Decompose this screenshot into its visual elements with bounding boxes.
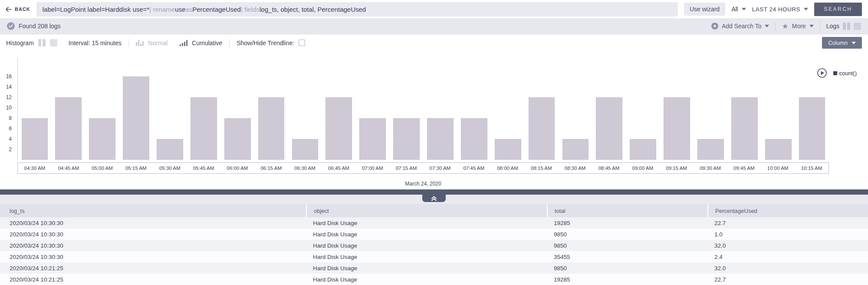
- column-header-log_ts[interactable]: log_ts: [0, 204, 306, 217]
- x-tick-label: 06:00 AM: [220, 166, 254, 171]
- bar-slot: [288, 57, 322, 160]
- table-row[interactable]: 2020/03/24 10:30:30Hard Disk Usage354552…: [0, 251, 868, 262]
- histogram-bar[interactable]: [799, 97, 825, 160]
- x-tick-label: 07:30 AM: [423, 166, 457, 171]
- histogram-bar[interactable]: [562, 139, 589, 160]
- logs-view-controls: Logs: [826, 23, 861, 30]
- more-label: More: [792, 23, 806, 30]
- y-axis-ticks: 246810121416: [0, 57, 14, 160]
- table-row[interactable]: 2020/03/24 10:21:25Hard Disk Usage985032…: [0, 262, 868, 274]
- histogram-label: Histogram: [6, 40, 34, 46]
- histogram-bar[interactable]: [55, 97, 82, 160]
- bar-slot: [187, 57, 220, 160]
- query-segment: use: [175, 6, 185, 13]
- bar-slot: [559, 57, 592, 160]
- logs-grid-view-icon[interactable]: [854, 23, 861, 30]
- collapse-panel-button[interactable]: [422, 195, 446, 202]
- y-tick-label: 12: [6, 94, 12, 100]
- table-row[interactable]: 2020/03/24 10:21:25Hard Disk Usage192852…: [0, 274, 868, 285]
- x-tick-label: 07:15 AM: [389, 166, 423, 171]
- column-chart-type-dropdown[interactable]: Column: [822, 37, 862, 49]
- y-tick-label: 14: [6, 84, 12, 90]
- histogram-bar[interactable]: [630, 139, 656, 160]
- table-cell: 9850: [547, 242, 707, 249]
- histogram-bar[interactable]: [664, 97, 690, 160]
- bar-slot: [491, 57, 525, 160]
- search-button[interactable]: SEARCH: [814, 3, 862, 16]
- table-row[interactable]: 2020/03/24 10:30:30Hard Disk Usage192852…: [0, 217, 868, 229]
- panel-divider: [0, 189, 868, 195]
- table-row[interactable]: 2020/03/24 10:30:30Hard Disk Usage98501.…: [0, 229, 868, 240]
- scope-dropdown[interactable]: All: [731, 6, 746, 13]
- histogram-bar[interactable]: [224, 118, 251, 160]
- query-segment: PercentageUsed: [192, 6, 241, 13]
- x-tick-label: 09:45 AM: [727, 166, 761, 171]
- table-row[interactable]: 2020/03/24 10:30:30Hard Disk Usage985032…: [0, 240, 868, 251]
- logs-column-view-icon[interactable]: [843, 23, 850, 30]
- histogram-bar[interactable]: [596, 97, 622, 160]
- histogram-bar[interactable]: [89, 118, 115, 160]
- top-search-bar: BACK label=LogPoint label=Harddisk use=*…: [0, 0, 868, 18]
- table-cell: 2020/03/24 10:30:30: [0, 220, 306, 226]
- table-cell: 9850: [547, 231, 707, 238]
- histogram-column-view-icon[interactable]: [38, 39, 46, 46]
- y-tick-label: 6: [9, 126, 12, 132]
- x-tick-label: 06:15 AM: [254, 166, 288, 171]
- histogram-bar[interactable]: [157, 139, 183, 160]
- column-button-label: Column: [828, 40, 848, 46]
- histogram-bar[interactable]: [529, 97, 555, 160]
- x-tick-label: 06:30 AM: [288, 166, 322, 171]
- histogram-bar[interactable]: [326, 97, 352, 160]
- trendline-checkbox[interactable]: [299, 40, 305, 46]
- histogram-bar[interactable]: [191, 97, 217, 160]
- table-cell: 9850: [547, 265, 707, 272]
- search-result-status: Found 208 logs: [7, 22, 61, 30]
- column-header-total[interactable]: total: [547, 204, 707, 217]
- play-circle-icon[interactable]: [817, 68, 827, 78]
- histogram-bar[interactable]: [123, 76, 149, 160]
- histogram-bar[interactable]: [461, 118, 487, 160]
- normal-mode-button[interactable]: Normal: [136, 40, 168, 46]
- cumulative-mode-button[interactable]: Cumulative: [180, 40, 222, 46]
- back-button[interactable]: BACK: [5, 7, 30, 12]
- search-query-input[interactable]: label=LogPoint label=Harddisk use=* | re…: [36, 2, 678, 17]
- histogram-bar[interactable]: [765, 139, 792, 160]
- histogram-bar[interactable]: [258, 97, 285, 160]
- plus-circle-icon: [711, 23, 718, 30]
- x-tick-label: 10:00 AM: [761, 166, 795, 171]
- query-segment: | fields: [241, 6, 260, 13]
- histogram-grid-view-icon[interactable]: [50, 39, 57, 46]
- more-menu[interactable]: ★ More: [782, 23, 813, 30]
- bar-slot: [626, 57, 660, 160]
- histogram-bar[interactable]: [495, 139, 521, 160]
- bar-slot: [424, 57, 457, 160]
- x-axis-date-label: March 24, 2020: [17, 181, 829, 187]
- bar-slot: [592, 57, 626, 160]
- use-wizard-button[interactable]: Use wizard: [684, 3, 725, 16]
- histogram-bar[interactable]: [359, 118, 386, 160]
- histogram-bar[interactable]: [22, 118, 48, 160]
- table-cell: 35455: [547, 254, 707, 260]
- column-header-object[interactable]: object: [306, 204, 547, 217]
- query-segment: log_ts, object, total, PercentageUsed: [260, 6, 366, 13]
- column-header-percentageused[interactable]: PercentageUsed: [707, 204, 868, 217]
- add-search-to-menu[interactable]: Add Search To: [711, 23, 769, 30]
- histogram-bar[interactable]: [731, 97, 758, 160]
- table-cell: Hard Disk Usage: [306, 265, 547, 272]
- trendline-label: Show/Hide Trendline:: [237, 40, 294, 46]
- bar-slot: [525, 57, 559, 160]
- bar-slot: [660, 57, 694, 160]
- time-range-dropdown[interactable]: LAST 24 HOURS: [752, 6, 808, 13]
- bar-slot: [220, 57, 254, 160]
- histogram-bar[interactable]: [427, 118, 454, 160]
- table-cell: 2020/03/24 10:30:30: [0, 254, 306, 260]
- normal-chart-icon: [136, 40, 144, 46]
- histogram-bar[interactable]: [393, 118, 420, 160]
- histogram-bar[interactable]: [697, 139, 724, 160]
- back-arrow-icon: [5, 7, 12, 12]
- check-circle-icon: [7, 22, 15, 30]
- table-cell: 2020/03/24 10:30:30: [0, 231, 306, 238]
- separator: [820, 22, 820, 30]
- separator: [229, 39, 230, 47]
- histogram-bar[interactable]: [292, 139, 319, 160]
